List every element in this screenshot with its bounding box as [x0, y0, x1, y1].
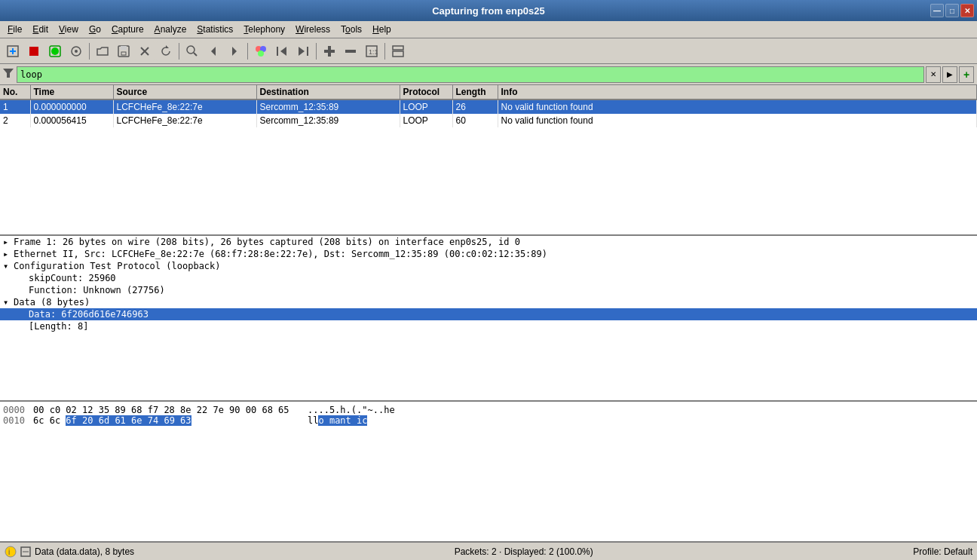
menu-analyze[interactable]: Analyze [150, 23, 191, 36]
hex-ascii: ....5.h.(."~..he [308, 405, 395, 415]
prev-button[interactable] [204, 41, 223, 61]
reload-button[interactable] [156, 41, 176, 61]
colorize-button[interactable] [251, 41, 271, 61]
find-button[interactable] [182, 41, 202, 61]
menu-telephony[interactable]: Telephony [239, 23, 289, 36]
svg-rect-26 [328, 46, 331, 57]
svg-marker-24 [299, 47, 305, 56]
cell-no: 2 [0, 114, 30, 127]
svg-point-5 [51, 47, 59, 55]
new-capture-button[interactable] [3, 41, 23, 61]
cell-time: 0.000056415 [30, 114, 113, 127]
toolbar-separator-1 [89, 43, 90, 60]
menu-view[interactable]: View [54, 23, 83, 36]
menu-file[interactable]: File [3, 23, 26, 36]
cell-time: 0.000000000 [30, 99, 113, 114]
last-packet-button[interactable] [293, 41, 313, 61]
menu-go[interactable]: Go [84, 23, 106, 36]
packet-table: No. Time Source Destination Protocol Len… [0, 85, 977, 127]
col-info: Info [498, 85, 977, 99]
toolbar-separator-4 [316, 43, 317, 60]
next-button[interactable] [225, 41, 244, 61]
menu-wireless[interactable]: Wireless [291, 23, 335, 36]
hex-view: 000000 c0 02 12 35 89 68 f7 28 8e 22 7e … [0, 402, 977, 542]
svg-marker-17 [232, 47, 237, 56]
hex-row: 00106c 6c 6f 20 6d 61 6e 74 69 63llo man… [3, 415, 974, 426]
cell-source: LCFCHeFe_8e:22:7e [113, 99, 256, 114]
svg-point-33 [5, 546, 16, 557]
svg-marker-13 [166, 45, 169, 48]
edit-icon [20, 546, 32, 558]
detail-row[interactable]: ▸Ethernet II, Src: LCFCHeFe_8e:22:7e (68… [0, 248, 977, 260]
detail-text: Frame 1: 26 bytes on wire (208 bits), 26… [14, 237, 520, 247]
packet-table-header: No. Time Source Destination Protocol Len… [0, 85, 977, 99]
menu-bar: File Edit View Go Capture Analyze Statis… [0, 21, 977, 38]
open-button[interactable] [93, 41, 112, 61]
status-icon: i [5, 546, 17, 558]
menu-help[interactable]: Help [368, 23, 396, 36]
toolbar-separator-3 [247, 43, 248, 60]
col-length: Length [452, 85, 498, 99]
menu-capture[interactable]: Capture [107, 23, 149, 36]
filter-bar: ✕ ▶ + [0, 64, 977, 85]
close-file-button[interactable] [135, 41, 155, 61]
cell-destination: Sercomm_12:35:89 [256, 99, 400, 114]
status-center: Packets: 2 · Displayed: 2 (100.0%) [455, 546, 593, 557]
start-capture-button[interactable] [45, 41, 65, 61]
toolbar-separator-2 [179, 43, 179, 60]
filter-input[interactable] [17, 66, 924, 83]
svg-marker-16 [211, 47, 216, 56]
zoom-out-button[interactable] [341, 41, 360, 61]
svg-rect-3 [29, 47, 38, 56]
hex-bytes: 6c 6c 6f 20 6d 61 6e 74 69 63 [33, 415, 305, 426]
hex-bytes: 00 c0 02 12 35 89 68 f7 28 8e 22 7e 90 0… [33, 405, 305, 415]
stop-capture-button[interactable] [24, 41, 44, 61]
menu-edit[interactable]: Edit [28, 23, 53, 36]
svg-point-14 [187, 46, 194, 54]
expander-icon[interactable]: ▾ [3, 297, 14, 308]
detail-row[interactable]: ▾Data (8 bytes) [0, 296, 977, 308]
filter-clear-button[interactable]: ✕ [926, 66, 941, 83]
detail-row[interactable]: Function: Unknown (27756) [0, 284, 977, 296]
detail-row[interactable]: ▸Frame 1: 26 bytes on wire (208 bits), 2… [0, 236, 977, 248]
svg-point-7 [75, 50, 78, 53]
filter-icon [3, 68, 14, 81]
first-packet-button[interactable] [272, 41, 292, 61]
packet-list: No. Time Source Destination Protocol Len… [0, 85, 977, 236]
minimize-button[interactable]: — [930, 4, 944, 17]
cell-source: LCFCHeFe_8e:22:7e [113, 114, 256, 127]
table-row[interactable]: 10.000000000LCFCHeFe_8e:22:7eSercomm_12:… [0, 99, 977, 114]
window-title: Capturing from enp0s25 [432, 5, 545, 17]
detail-row[interactable]: skipCount: 25960 [0, 272, 977, 284]
detail-text: Configuration Test Protocol (loopback) [14, 261, 221, 271]
expander-icon[interactable]: ▾ [3, 261, 14, 271]
table-row[interactable]: 20.000056415LCFCHeFe_8e:22:7eSercomm_12:… [0, 114, 977, 127]
svg-marker-32 [3, 69, 14, 78]
window-controls: — □ ✕ [930, 4, 974, 17]
save-button[interactable] [114, 41, 133, 61]
expander-icon[interactable]: ▸ [3, 237, 14, 247]
detail-row[interactable]: ▾Configuration Test Protocol (loopback) [0, 260, 977, 272]
filter-arrow-right-button[interactable]: ▶ [942, 66, 957, 83]
menu-tools[interactable]: Tools [336, 23, 366, 36]
menu-statistics[interactable]: Statistics [192, 23, 237, 36]
zoom-in-button[interactable] [320, 41, 339, 61]
detail-text: Ethernet II, Src: LCFCHeFe_8e:22:7e (68:… [14, 249, 547, 259]
expander-icon[interactable]: ▸ [3, 249, 14, 259]
hex-offset: 0000 [3, 405, 30, 415]
zoom-reset-button[interactable]: 1:1 [362, 41, 381, 61]
hex-row: 000000 c0 02 12 35 89 68 f7 28 8e 22 7e … [3, 405, 974, 415]
detail-text: [Length: 8] [29, 321, 88, 332]
hex-ascii: llo mant ic [308, 415, 367, 426]
svg-line-15 [194, 53, 197, 56]
detail-row[interactable]: [Length: 8] [0, 320, 977, 332]
maximize-button[interactable]: □ [945, 4, 959, 17]
detail-row[interactable]: Data: 6f206d616e746963 [0, 308, 977, 320]
pane-layout-button[interactable] [388, 41, 408, 61]
hex-offset: 0010 [3, 415, 30, 426]
close-button[interactable]: ✕ [960, 4, 974, 17]
options-button[interactable] [66, 41, 86, 61]
cell-length: 60 [452, 114, 498, 127]
filter-add-button[interactable]: + [959, 66, 974, 83]
title-bar: Capturing from enp0s25 — □ ✕ [0, 0, 977, 21]
